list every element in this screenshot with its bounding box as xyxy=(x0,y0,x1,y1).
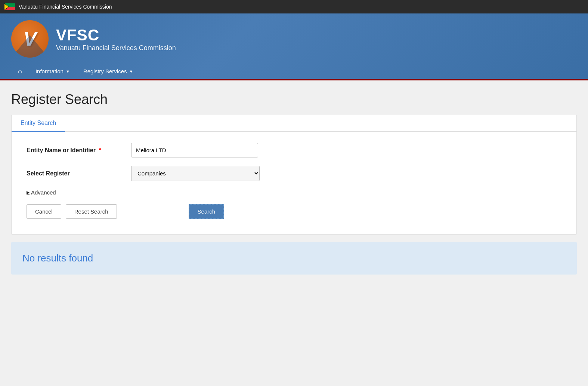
button-row: Cancel Reset Search Search xyxy=(27,204,565,223)
top-bar-title: Vanuatu Financial Services Commission xyxy=(19,4,112,10)
reset-search-button[interactable]: Reset Search xyxy=(66,204,117,219)
nav-information-label: Information xyxy=(35,68,64,74)
advanced-row: ▶ Advanced xyxy=(27,189,565,196)
registry-chevron-icon: ▼ xyxy=(129,69,133,74)
entity-name-input[interactable] xyxy=(131,143,258,157)
tab-header: Entity Search xyxy=(12,115,576,132)
nav-registry-services[interactable]: Registry Services ▼ xyxy=(77,64,140,78)
org-acronym: VFSC xyxy=(56,26,176,44)
no-results-section: No results found xyxy=(11,242,577,275)
form-area: Entity Name or Identifier * Select Regis… xyxy=(12,132,576,234)
header: V VFSC Vanuatu Financial Services Commis… xyxy=(0,13,588,79)
org-name: VFSC Vanuatu Financial Services Commissi… xyxy=(56,26,176,52)
top-bar: Vanuatu Financial Services Commission xyxy=(0,0,588,13)
select-register-label: Select Register xyxy=(27,170,131,177)
advanced-label: Advanced xyxy=(31,189,56,196)
nav-home[interactable]: ⌂ xyxy=(11,64,29,79)
required-star: * xyxy=(99,147,101,153)
entity-name-label: Entity Name or Identifier * xyxy=(27,147,131,154)
tab-container: Entity Search Entity Name or Identifier … xyxy=(11,115,577,235)
page-title: Register Search xyxy=(11,92,577,107)
logo-circle: V xyxy=(11,20,49,58)
cancel-button[interactable]: Cancel xyxy=(27,204,61,219)
no-results-title: No results found xyxy=(22,252,566,264)
information-chevron-icon: ▼ xyxy=(66,69,70,74)
main-content: Register Search Entity Search Entity Nam… xyxy=(0,80,588,305)
logo-container: V xyxy=(11,20,49,58)
search-button[interactable]: Search xyxy=(189,204,225,219)
select-register-row: Select Register Companies Partnerships B… xyxy=(27,166,565,181)
entity-name-row: Entity Name or Identifier * xyxy=(27,143,565,157)
main-nav: ⌂ Information ▼ Registry Services ▼ xyxy=(11,64,577,79)
tab-entity-search[interactable]: Entity Search xyxy=(12,115,65,132)
vanuatu-flag-icon xyxy=(4,3,15,10)
advanced-toggle[interactable]: ▶ Advanced xyxy=(27,189,565,196)
org-full-name: Vanuatu Financial Services Commission xyxy=(56,44,176,52)
nav-registry-services-label: Registry Services xyxy=(83,68,127,74)
nav-information[interactable]: Information ▼ xyxy=(29,64,77,78)
home-icon: ⌂ xyxy=(18,67,22,75)
tab-entity-search-label: Entity Search xyxy=(21,120,56,126)
select-register-dropdown[interactable]: Companies Partnerships Businesses Associ… xyxy=(131,166,260,181)
logo-bg-triangle xyxy=(11,35,49,58)
advanced-arrow-icon: ▶ xyxy=(27,190,30,195)
